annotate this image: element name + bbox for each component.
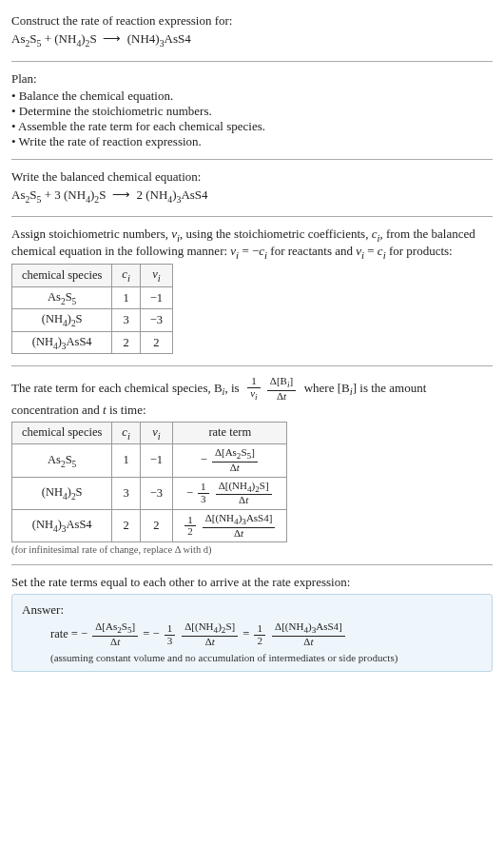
- final-block: Set the rate terms equal to each other t…: [11, 571, 493, 680]
- cell-species: (NH4)2S: [12, 477, 112, 509]
- plan-block: Plan: Balance the chemical equation. Det…: [11, 68, 493, 159]
- answer-box: Answer: rate = − Δ[As2S5]Δt = − 13 Δ[(NH…: [11, 594, 493, 671]
- final-heading: Set the rate terms equal to each other t…: [11, 575, 493, 590]
- cell-ci: 3: [112, 309, 140, 332]
- question-block: Construct the rate of reaction expressio…: [11, 10, 493, 61]
- divider: [11, 365, 493, 366]
- cell-species: (NH4)2S: [12, 309, 112, 332]
- table-row: (NH4)2S 3 −3: [12, 309, 173, 332]
- cell-nui: 2: [140, 509, 172, 541]
- rate-term-block: The rate term for each chemical species,…: [11, 372, 493, 564]
- answer-equation: rate = − Δ[As2S5]Δt = − 13 Δ[(NH4)2S]Δt …: [50, 621, 482, 647]
- answer-assumption: (assuming constant volume and no accumul…: [50, 652, 482, 663]
- cell-ci: 1: [112, 286, 140, 309]
- divider: [11, 564, 493, 565]
- plan-list: Balance the chemical equation. Determine…: [11, 89, 493, 149]
- cell-ci: 2: [112, 331, 140, 354]
- cell-rate: 12 Δ[(NH4)3AsS4]Δt: [173, 509, 287, 541]
- table-row: As2S5 1 −1 − Δ[As2S5]Δt: [12, 444, 287, 477]
- table-row: (NH4)3AsS4 2 2: [12, 331, 173, 354]
- answer-label: Answer:: [22, 602, 482, 618]
- table-header-row: chemical species ci νi: [12, 265, 173, 287]
- plan-item: Assemble the rate term for each chemical…: [11, 119, 493, 134]
- cell-rate: − Δ[As2S5]Δt: [173, 444, 287, 477]
- question-title: Construct the rate of reaction expressio…: [11, 13, 493, 29]
- plan-item: Determine the stoichiometric numbers.: [11, 104, 493, 119]
- balanced-equation: As2S5 + 3 (NH4)2S ⟶ 2 (NH4)3AsS4: [11, 187, 493, 205]
- col-species: chemical species: [12, 265, 112, 287]
- divider: [11, 216, 493, 217]
- cell-ci: 1: [112, 444, 140, 477]
- cell-ci: 2: [112, 509, 140, 541]
- plan-heading: Plan:: [11, 71, 493, 87]
- divider: [11, 159, 493, 160]
- table-row: (NH4)2S 3 −3 − 13 Δ[(NH4)2S]Δt: [12, 477, 287, 509]
- rate-term-table: chemical species ci νi rate term As2S5 1…: [11, 422, 287, 543]
- stoich-intro: Assign stoichiometric numbers, νi, using…: [11, 226, 493, 260]
- cell-rate: − 13 Δ[(NH4)2S]Δt: [173, 477, 287, 509]
- stoich-table: chemical species ci νi As2S5 1 −1 (NH4)2…: [11, 264, 173, 354]
- plan-item: Write the rate of reaction expression.: [11, 134, 493, 149]
- cell-nui: −1: [140, 444, 172, 477]
- col-ci: ci: [112, 422, 140, 444]
- balanced-block: Write the balanced chemical equation: As…: [11, 166, 493, 217]
- col-species: chemical species: [12, 422, 112, 444]
- plan-item: Balance the chemical equation.: [11, 89, 493, 104]
- balanced-heading: Write the balanced chemical equation:: [11, 169, 493, 185]
- cell-species: As2S5: [12, 444, 112, 477]
- col-rate: rate term: [173, 422, 287, 444]
- cell-species: (NH4)3AsS4: [12, 331, 112, 354]
- cell-nui: 2: [140, 331, 172, 354]
- table-row: As2S5 1 −1: [12, 286, 173, 309]
- rate-term-intro: The rate term for each chemical species,…: [11, 376, 493, 417]
- col-nui: νi: [140, 265, 172, 287]
- cell-species: As2S5: [12, 286, 112, 309]
- cell-nui: −3: [140, 477, 172, 509]
- col-nui: νi: [140, 422, 172, 444]
- cell-ci: 3: [112, 477, 140, 509]
- table-row: (NH4)3AsS4 2 2 12 Δ[(NH4)3AsS4]Δt: [12, 509, 287, 541]
- rate-term-note: (for infinitesimal rate of change, repla…: [11, 544, 493, 555]
- stoich-block: Assign stoichiometric numbers, νi, using…: [11, 223, 493, 365]
- question-equation: As2S5 + (NH4)2S ⟶ (NH4)3AsS4: [11, 31, 493, 49]
- cell-nui: −1: [140, 286, 172, 309]
- divider: [11, 61, 493, 62]
- cell-species: (NH4)3AsS4: [12, 509, 112, 541]
- col-ci: ci: [112, 265, 140, 287]
- cell-nui: −3: [140, 309, 172, 332]
- table-header-row: chemical species ci νi rate term: [12, 422, 287, 444]
